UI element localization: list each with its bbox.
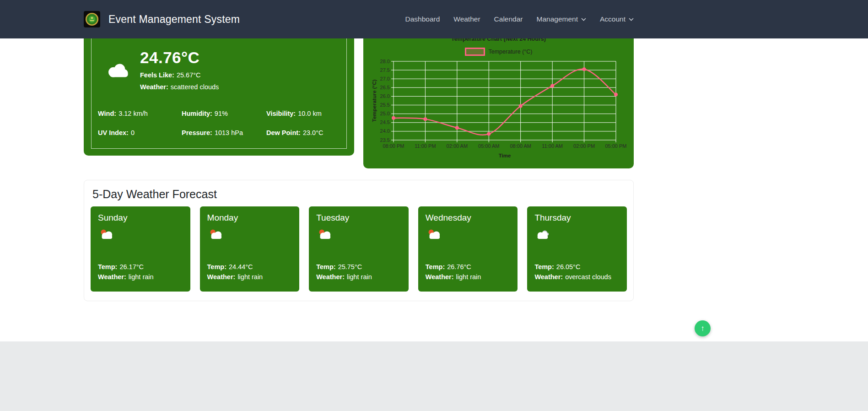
stat-visibility-value: 10.0 km — [298, 110, 322, 117]
forecast-temp-label: Temp: — [207, 263, 226, 270]
page: Event Management System Dashboard Weathe… — [0, 0, 868, 411]
nav-item-management[interactable]: Management — [537, 15, 586, 23]
nav-item-dashboard[interactable]: Dashboard — [405, 15, 440, 23]
nav-links: Dashboard Weather Calendar Management Ac… — [405, 15, 634, 23]
svg-text:24.5: 24.5 — [380, 119, 390, 125]
forecast-weather-label: Weather: — [426, 273, 454, 281]
forecast-weather-line: Weather:overcast clouds — [534, 273, 620, 281]
rain-sun-cloud-icon — [98, 228, 183, 241]
chevron-down-icon — [581, 18, 586, 22]
svg-text:26.5: 26.5 — [380, 85, 390, 90]
stat-uv-index-value: 0 — [131, 129, 135, 136]
forecast-heading: 5-Day Weather Forecast — [92, 188, 627, 201]
svg-text:28.0: 28.0 — [380, 59, 390, 64]
svg-text:08:00 PM: 08:00 PM — [383, 143, 404, 149]
forecast-weather-value: light rain — [456, 273, 481, 281]
rain-sun-cloud-icon — [426, 228, 511, 241]
feels-like-value: 25.67°C — [177, 71, 201, 79]
app-logo-icon — [84, 11, 100, 27]
feels-like-line: Feels Like:25.67°C — [140, 71, 219, 79]
stat-visibility: Visibility:10.0 km — [266, 110, 340, 117]
svg-text:Time: Time — [499, 153, 511, 158]
stat-uv-index-label: UV Index: — [98, 129, 129, 136]
stat-visibility-label: Visibility: — [266, 110, 296, 117]
forecast-weather-value: light rain — [347, 273, 372, 281]
svg-text:24.0: 24.0 — [380, 128, 390, 134]
navbar: Event Management System Dashboard Weathe… — [0, 0, 868, 38]
forecast-section: 5-Day Weather Forecast Sunday Temp:26.17… — [84, 180, 634, 301]
chart-legend: Temperature (°C) — [371, 48, 626, 56]
svg-text:Temperature (°C): Temperature (°C) — [372, 80, 377, 122]
current-weather-readings: 24.76°C Feels Like:25.67°C Weather:scatt… — [140, 49, 219, 91]
outside-page-area — [0, 341, 868, 411]
nav-item-calendar[interactable]: Calendar — [494, 15, 523, 23]
overcast-clouds-icon — [534, 228, 620, 241]
forecast-temp-line: Temp:24.44°C — [207, 263, 292, 270]
weather-stats-grid: Wind:3.12 km/h Humidity:91% Visibility:1… — [98, 110, 340, 143]
svg-text:25.5: 25.5 — [380, 102, 390, 108]
stat-wind: Wind:3.12 km/h — [98, 110, 182, 117]
current-temperature: 24.76°C — [140, 49, 219, 67]
svg-text:27.5: 27.5 — [380, 67, 390, 73]
forecast-weather-value: light rain — [129, 273, 154, 281]
stat-humidity: Humidity:91% — [182, 110, 266, 117]
current-weather-main: 24.76°C Feels Like:25.67°C Weather:scatt… — [104, 49, 340, 91]
svg-text:26.0: 26.0 — [380, 93, 390, 99]
weather-condition-value: scattered clouds — [171, 83, 219, 91]
forecast-day: Thursday — [534, 213, 620, 223]
forecast-card: Monday Temp:24.44°C Weather:light rain — [200, 206, 300, 292]
stat-dew-point-label: Dew Point: — [266, 129, 301, 136]
forecast-card: Tuesday Temp:25.75°C Weather:light rain — [309, 206, 409, 292]
feels-like-label: Feels Like: — [140, 71, 174, 79]
forecast-temp-value: 25.75°C — [338, 263, 362, 270]
forecast-card: Wednesday Temp:26.76°C Weather:light rai… — [418, 206, 518, 292]
forecast-temp-label: Temp: — [98, 263, 117, 270]
stat-wind-label: Wind: — [98, 110, 116, 117]
forecast-card: Thursday Temp:26.05°C Weather:overcast c… — [527, 206, 627, 292]
scroll-to-top-button[interactable]: ↑ — [695, 320, 711, 336]
chevron-down-icon — [629, 18, 634, 22]
nav-item-weather[interactable]: Weather — [453, 15, 480, 23]
rain-sun-cloud-icon — [207, 228, 292, 241]
forecast-temp-line: Temp:26.05°C — [534, 263, 620, 270]
stat-dew-point-value: 23.0°C — [303, 129, 323, 136]
arrow-up-icon: ↑ — [701, 324, 705, 333]
svg-text:25.0: 25.0 — [380, 111, 390, 116]
stat-humidity-label: Humidity: — [182, 110, 212, 117]
forecast-weather-label: Weather: — [98, 273, 126, 281]
forecast-temp-value: 26.05°C — [556, 263, 581, 270]
app-title: Event Management System — [108, 13, 240, 26]
svg-text:05:00 PM: 05:00 PM — [605, 143, 626, 149]
forecast-day: Monday — [207, 213, 292, 223]
stat-wind-value: 3.12 km/h — [119, 110, 148, 117]
brand-link[interactable]: Event Management System — [84, 11, 240, 27]
nav-item-management-label: Management — [537, 15, 578, 23]
stat-uv-index: UV Index:0 — [98, 129, 182, 136]
forecast-day: Sunday — [98, 213, 183, 223]
rain-sun-cloud-icon — [316, 228, 401, 241]
svg-text:27.0: 27.0 — [380, 76, 390, 81]
legend-label: Temperature (°C) — [489, 49, 533, 55]
stat-pressure: Pressure:1013 hPa — [182, 129, 266, 136]
forecast-weather-label: Weather: — [316, 273, 345, 281]
forecast-weather-value: light rain — [237, 273, 263, 281]
navbar-inner: Event Management System Dashboard Weathe… — [84, 0, 634, 38]
legend-swatch — [465, 48, 485, 56]
forecast-temp-line: Temp:26.17°C — [98, 263, 183, 270]
forecast-temp-value: 26.76°C — [447, 263, 471, 270]
forecast-weather-line: Weather:light rain — [426, 273, 511, 281]
nav-item-account-label: Account — [600, 15, 625, 23]
svg-text:08:00 AM: 08:00 AM — [510, 143, 531, 149]
svg-text:02:00 PM: 02:00 PM — [573, 143, 595, 149]
forecast-card: Sunday Temp:26.17°C Weather:light rain — [91, 206, 190, 292]
forecast-weather-line: Weather:light rain — [207, 273, 292, 281]
temperature-line-chart: 28.027.527.026.526.025.525.024.524.023.5… — [371, 59, 626, 165]
svg-text:05:00 AM: 05:00 AM — [478, 143, 499, 149]
forecast-weather-value: overcast clouds — [565, 273, 611, 281]
forecast-row: Sunday Temp:26.17°C Weather:light rain M… — [91, 206, 627, 292]
svg-text:11:00 AM: 11:00 AM — [542, 143, 563, 149]
forecast-day: Wednesday — [426, 213, 511, 223]
forecast-temp-label: Temp: — [534, 263, 554, 270]
nav-item-account[interactable]: Account — [600, 15, 634, 23]
forecast-day: Tuesday — [316, 213, 401, 223]
